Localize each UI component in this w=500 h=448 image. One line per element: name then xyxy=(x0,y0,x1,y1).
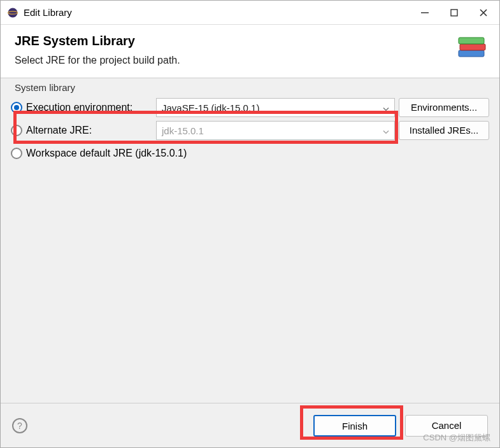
radio-label-alternate-jre[interactable]: Alternate JRE: xyxy=(26,125,152,136)
window-title: Edit Library xyxy=(24,7,72,18)
maximize-button[interactable] xyxy=(439,3,469,23)
radio-label-execution-env[interactable]: Execution environment: xyxy=(26,102,152,113)
dialog-body: System library Execution environment: Ja… xyxy=(1,78,499,403)
svg-rect-3 xyxy=(451,10,457,16)
help-icon[interactable]: ? xyxy=(12,418,27,433)
group-title: System library xyxy=(12,82,78,93)
chevron-down-icon xyxy=(383,125,389,136)
dialog-subtitle: Select JRE for the project build path. xyxy=(15,55,485,66)
radio-execution-env[interactable] xyxy=(11,102,22,113)
dialog-title: JRE System Library xyxy=(15,34,485,48)
svg-rect-6 xyxy=(459,38,484,44)
dialog-header: JRE System Library Select JRE for the pr… xyxy=(1,25,499,78)
radio-row-alternate-jre: Alternate JRE: jdk-15.0.1 Installed JREs… xyxy=(11,119,489,142)
dialog-footer: ? Finish Cancel xyxy=(1,403,499,447)
cancel-button[interactable]: Cancel xyxy=(405,415,488,437)
combo-value: JavaSE-15 (jdk-15.0.1) xyxy=(162,102,259,113)
svg-rect-2 xyxy=(421,12,429,13)
svg-rect-5 xyxy=(460,44,485,50)
environments-button[interactable]: Environments... xyxy=(399,98,489,117)
minimize-button[interactable] xyxy=(410,3,439,23)
chevron-down-icon xyxy=(383,102,389,113)
eclipse-icon xyxy=(7,7,18,18)
svg-rect-4 xyxy=(459,50,484,57)
library-icon xyxy=(454,31,489,67)
system-library-group: System library Execution environment: Ja… xyxy=(7,90,493,169)
radio-row-workspace-default: Workspace default JRE (jdk-15.0.1) xyxy=(11,142,489,165)
combo-alternate-jre[interactable]: jdk-15.0.1 xyxy=(156,121,395,140)
radio-label-workspace-default[interactable]: Workspace default JRE (jdk-15.0.1) xyxy=(26,148,187,159)
titlebar: Edit Library xyxy=(1,1,499,25)
finish-button[interactable]: Finish xyxy=(313,415,396,437)
radio-row-execution-env: Execution environment: JavaSE-15 (jdk-15… xyxy=(11,96,489,119)
combo-execution-env[interactable]: JavaSE-15 (jdk-15.0.1) xyxy=(156,98,395,117)
close-button[interactable] xyxy=(469,3,498,23)
radio-alternate-jre[interactable] xyxy=(11,125,22,136)
installed-jres-button[interactable]: Installed JREs... xyxy=(399,121,489,140)
svg-point-0 xyxy=(8,8,18,17)
radio-workspace-default[interactable] xyxy=(11,148,22,159)
combo-value: jdk-15.0.1 xyxy=(162,125,204,136)
